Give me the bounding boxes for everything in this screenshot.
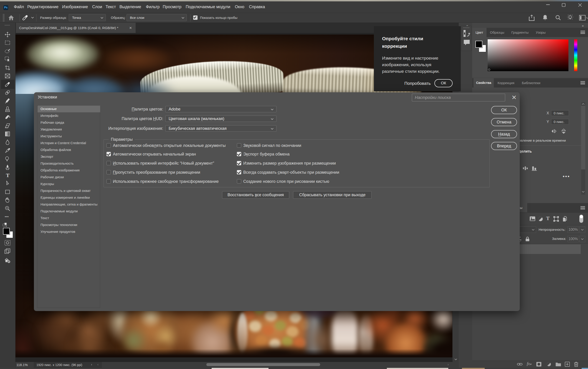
svg-text:T: T [6,172,10,178]
